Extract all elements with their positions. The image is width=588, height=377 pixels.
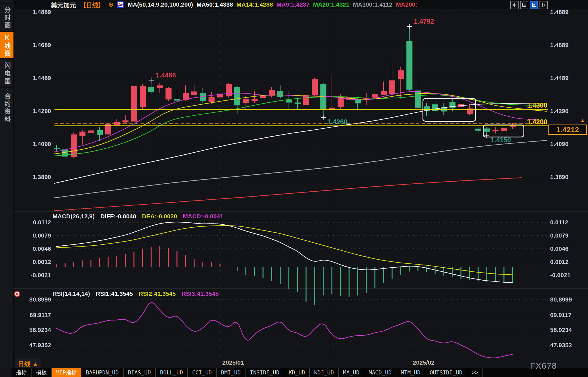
price-axis-label: 1.4489 bbox=[550, 75, 582, 81]
right-offset-icon[interactable] bbox=[540, 1, 548, 9]
tab-vip-indicators[interactable]: VIP指标 bbox=[52, 368, 81, 377]
macd-header-item: DEA:-0.0020 bbox=[142, 213, 177, 219]
tab-indicators[interactable]: 指标 bbox=[11, 368, 32, 377]
consolidation-box-2 bbox=[483, 125, 524, 137]
ma-legend-item: MA9:1.4237 bbox=[277, 1, 310, 8]
rsi-axis-label: 58.9234 bbox=[550, 327, 582, 333]
price-axis-label: 1.4689 bbox=[25, 42, 51, 48]
swing-price-label: 1.4792 bbox=[414, 18, 434, 26]
macd-axis-label: 0.0012 bbox=[550, 259, 582, 265]
x-axis-tick: 2025/02 bbox=[404, 359, 444, 366]
x-axis-scale-icon[interactable] bbox=[520, 1, 528, 9]
swing-price-label: 1.4466 bbox=[156, 71, 176, 79]
rsi-header-item: RSI2:41.3545 bbox=[139, 290, 176, 297]
macd-axis-label: 0.0079 bbox=[25, 232, 51, 239]
price-axis-label: 1.4090 bbox=[25, 141, 51, 147]
rsi-axis-label: 47.9352 bbox=[25, 342, 51, 348]
tab-kd-ud[interactable]: KD_UD bbox=[284, 368, 310, 377]
macd-axis-label: 0.0079 bbox=[550, 232, 582, 239]
chart-canvas[interactable] bbox=[13, 9, 588, 368]
sidebar-item-lightning-chart[interactable]: 闪电图 bbox=[0, 58, 13, 88]
rsi-axis-label: 80.8999 bbox=[25, 296, 51, 303]
tab-barupdn-ud[interactable]: BARUPDN_UD bbox=[81, 368, 123, 377]
tab-cci-ud[interactable]: CCI_UD bbox=[188, 368, 217, 377]
macd-header-item: MACD(26,12,9) bbox=[52, 213, 95, 219]
price-axis-label: 1.4889 bbox=[25, 9, 51, 15]
macd-header-item: DIFF:-0.0040 bbox=[100, 213, 136, 219]
tab-kdj-ud[interactable]: KDJ_UD bbox=[310, 368, 339, 377]
price-axis-label: 1.4489 bbox=[25, 75, 51, 81]
swing-price-label: 1.4260 bbox=[327, 118, 347, 126]
price-axis-label: 1.3890 bbox=[550, 174, 582, 180]
price-axis-label: 1.4290 bbox=[550, 108, 582, 114]
tab-ma-ud[interactable]: MA_UD bbox=[339, 368, 364, 377]
tab-outside-ud[interactable]: OUTSIDE_UD bbox=[425, 368, 467, 377]
macd-axis-label: 0.0012 bbox=[25, 259, 51, 265]
timeframe-label: 日线 bbox=[18, 360, 30, 368]
compare-plus-icon[interactable]: ⊕ bbox=[108, 2, 113, 7]
rsi-header: RSI(14,14,14)RSI1:41.3545RSI2:41.3545RSI… bbox=[52, 290, 225, 297]
rsi-axis-label: 47.9352 bbox=[550, 342, 582, 348]
tab-mtm-ud[interactable]: MTM_UD bbox=[396, 368, 425, 377]
last-price-tag: 1.4212 bbox=[548, 125, 587, 135]
macd-axis-label: 0.0112 bbox=[550, 219, 582, 226]
macd-axis-label: 0.0046 bbox=[25, 246, 51, 252]
macd-header-item: MACD:-0.0041 bbox=[183, 213, 223, 219]
timeframe-selector[interactable]: 日线 ▲ bbox=[15, 358, 41, 369]
ma-legend-item: MA20:1.4321 bbox=[313, 1, 349, 8]
rsi-axis-label: 69.9117 bbox=[25, 312, 51, 318]
x-axis-tick: 2025/01 bbox=[213, 359, 253, 366]
ma-legend: MA(50,14,9,20,100,200)MA50:1.4338MA14:1.… bbox=[128, 1, 420, 8]
watermark: FX678 bbox=[530, 361, 557, 371]
price-axis-label: 1.4689 bbox=[550, 42, 582, 48]
period-badge[interactable]: 【日线】 bbox=[80, 0, 104, 9]
last-price-arrow-icon: ▲ bbox=[580, 117, 585, 124]
rsi-header-item: RSI(14,14,14) bbox=[52, 290, 90, 297]
tab-bias-ud[interactable]: BIAS_UD bbox=[124, 368, 156, 377]
chart-header: 美元加元 【日线】 ⊕ MA(50,14,9,20,100,200)MA50:1… bbox=[13, 0, 588, 9]
macd-axis-label: -0.0021 bbox=[550, 272, 582, 278]
chart-type-icon[interactable] bbox=[117, 1, 124, 8]
rsi-axis-label: 69.9117 bbox=[550, 312, 582, 318]
ma-legend-item: MA200: bbox=[396, 1, 417, 8]
tab-macd-ud[interactable]: MACD_UD bbox=[364, 368, 396, 377]
tab-inside-ud[interactable]: INSIDE_UD bbox=[246, 368, 284, 377]
tab-boll-ud[interactable]: BOLL_UD bbox=[156, 368, 188, 377]
rsi-axis-label: 58.9234 bbox=[25, 327, 51, 333]
tab-overflow[interactable]: >> bbox=[467, 368, 483, 377]
macd-axis-label: 0.0112 bbox=[25, 219, 51, 226]
price-axis-label: 1.4090 bbox=[550, 141, 582, 147]
tab-dmi-ud[interactable]: DMI_UD bbox=[217, 368, 246, 377]
rsi-header-item: RSI3:41.3545 bbox=[182, 290, 219, 297]
ma-legend-item: MA50:1.4338 bbox=[196, 1, 233, 8]
indicator-settings-icon[interactable] bbox=[14, 291, 20, 297]
sidebar-item-candle-chart[interactable]: K线图 bbox=[0, 31, 13, 59]
ma-legend-item: MA14:1.4288 bbox=[236, 1, 273, 8]
macd-header: MACD(26,12,9)DIFF:-0.0040DEA:-0.0020MACD… bbox=[52, 213, 229, 220]
price-axis-label: 1.4290 bbox=[25, 108, 51, 114]
swing-price-label: 1.4150 bbox=[491, 136, 511, 144]
pan-crosshair-icon[interactable] bbox=[510, 1, 519, 9]
symbol-title: 美元加元 bbox=[51, 0, 76, 9]
indicator-tab-bar: 指标模板VIP指标BARUPDN_UDBIAS_UDBOLL_UDCCI_UDD… bbox=[11, 368, 588, 377]
rsi-axis-label: 80.8999 bbox=[550, 296, 582, 303]
tab-templates[interactable]: 模板 bbox=[32, 368, 52, 377]
price-axis-label: 1.4889 bbox=[550, 9, 582, 15]
ma-legend-item: MA(50,14,9,20,100,200) bbox=[128, 1, 193, 8]
trading-terminal: 分时图K线图闪电图合约资料 美元加元 【日线】 ⊕ MA(50,14,9,20,… bbox=[0, 0, 588, 377]
sidebar: 分时图K线图闪电图合约资料 bbox=[0, 0, 14, 368]
macd-axis-label: -0.0021 bbox=[25, 272, 51, 278]
macd-axis-label: 0.0046 bbox=[550, 246, 582, 252]
consolidation-box-1 bbox=[422, 98, 476, 122]
chart-toolbar bbox=[510, 1, 548, 9]
rsi-header-item: RSI1:41.3545 bbox=[96, 290, 133, 297]
level-line-label: 1.4300 bbox=[513, 102, 547, 109]
y-axis-scale-icon[interactable] bbox=[530, 1, 538, 9]
price-axis-label: 1.3890 bbox=[25, 174, 51, 180]
timeframe-arrow-icon: ▲ bbox=[32, 360, 38, 368]
sidebar-item-time-chart[interactable]: 分时图 bbox=[0, 3, 13, 32]
sidebar-item-contract-info[interactable]: 合约资料 bbox=[0, 87, 13, 128]
ma-legend-item: MA100:1.4112 bbox=[353, 1, 392, 8]
